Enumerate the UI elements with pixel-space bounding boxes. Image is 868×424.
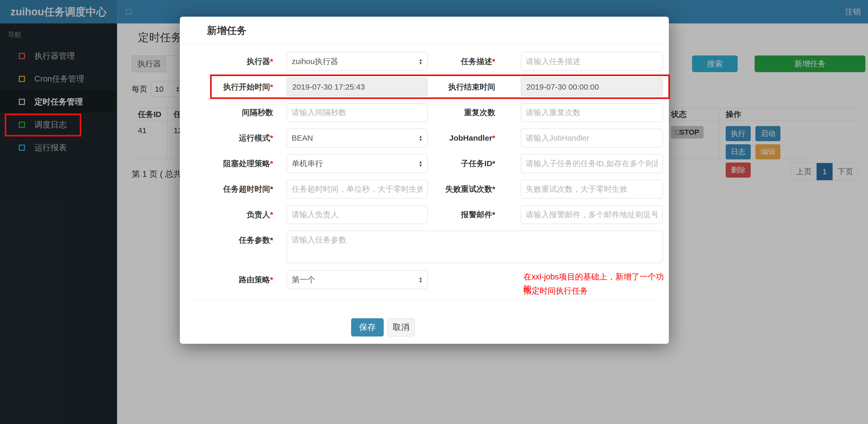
modal-note-line2: 指定时间执行任务: [523, 285, 664, 297]
modal-footer-divider: [189, 300, 659, 300]
field-label-task-desc: 任务描述*: [347, 52, 495, 71]
field-label-fail-retry-count: 失败重试次数*: [347, 180, 495, 198]
modal-title: 新增任务: [207, 24, 247, 37]
field-label-child-task-id: 子任务ID*: [347, 154, 495, 173]
annotation-box-sidebar-item: [5, 113, 81, 136]
alarm-email-field: [521, 205, 663, 224]
field-label-run-mode: 运行模式*: [180, 129, 273, 148]
field-label-block-strategy: 阻塞处理策略*: [180, 154, 273, 173]
cancel-button[interactable]: 取消: [388, 318, 415, 336]
child-task-id-input[interactable]: [521, 155, 662, 173]
task-desc-field: [521, 52, 663, 71]
alarm-email-input[interactable]: [521, 205, 662, 224]
task-desc-input[interactable]: [521, 52, 662, 71]
field-label-route-strategy: 路由策略*: [180, 270, 273, 289]
field-label-interval-seconds: 间隔秒数: [180, 103, 273, 122]
field-label-repeat-count: 重复次数: [347, 103, 495, 122]
jobhandler-field: [521, 129, 663, 148]
annotation-box-date-row: [210, 74, 670, 99]
select-arrows-icon: ▲▼: [418, 276, 423, 283]
field-label-alarm-email: 报警邮件*: [347, 205, 495, 224]
field-label-task-params: 任务参数*: [180, 231, 273, 250]
child-task-id-field: [521, 154, 663, 173]
field-label-owner: 负责人*: [180, 205, 273, 224]
field-label-jobhandler: JobHandler*: [347, 129, 495, 148]
repeat-count-field: [521, 103, 663, 122]
jobhandler-input[interactable]: [521, 129, 662, 147]
fail-retry-count-input[interactable]: [521, 180, 662, 198]
save-button[interactable]: 保存: [351, 318, 384, 336]
fail-retry-count-field: [521, 180, 663, 198]
add-task-modal: 新增任务 执行器* zuihou执行器 ▲▼ 任务描述* 执行开始时间* 201…: [180, 17, 669, 344]
repeat-count-input[interactable]: [521, 103, 662, 122]
modal-header: 新增任务: [180, 17, 669, 44]
task-params-textarea[interactable]: [287, 231, 663, 263]
route-strategy-select[interactable]: 第一个 ▲▼: [287, 270, 428, 289]
field-label-task-timeout: 任务超时时间*: [180, 180, 273, 198]
field-label-executor: 执行器*: [180, 52, 273, 71]
